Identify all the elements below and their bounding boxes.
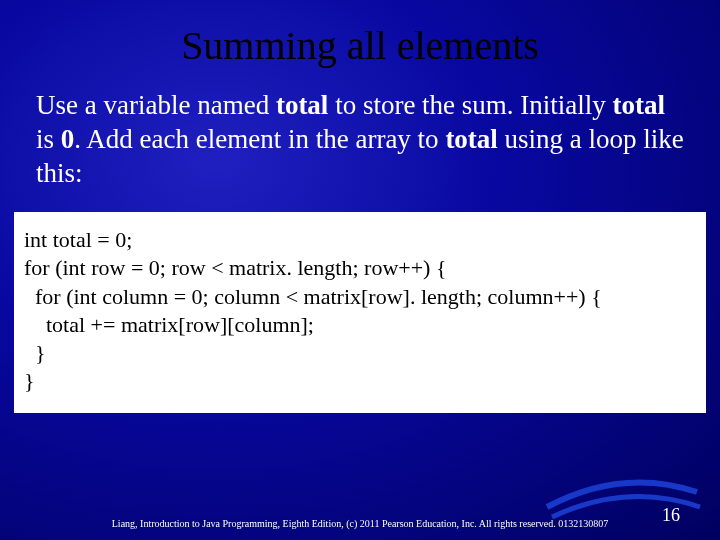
slide-title: Summing all elements <box>0 0 720 69</box>
body-text: is <box>36 124 61 154</box>
code-line: total += matrix[row][column]; <box>24 311 696 339</box>
code-block: int total = 0; for (int row = 0; row < m… <box>14 212 706 413</box>
body-text: . Add each element in the array to <box>74 124 445 154</box>
page-number: 16 <box>662 505 680 526</box>
code-line: for (int column = 0; column < matrix[row… <box>24 283 696 311</box>
code-line: int total = 0; <box>24 226 696 254</box>
code-line: for (int row = 0; row < matrix. length; … <box>24 254 696 282</box>
body-paragraph: Use a variable named total to store the … <box>0 69 720 190</box>
footer-citation: Liang, Introduction to Java Programming,… <box>0 518 720 530</box>
keyword-zero: 0 <box>61 124 75 154</box>
code-line: } <box>24 339 696 367</box>
keyword-total: total <box>445 124 497 154</box>
body-text: Use a variable named <box>36 90 276 120</box>
keyword-total: total <box>276 90 328 120</box>
keyword-total: total <box>613 90 665 120</box>
code-line: } <box>24 367 696 395</box>
body-text: to store the sum. Initially <box>328 90 612 120</box>
